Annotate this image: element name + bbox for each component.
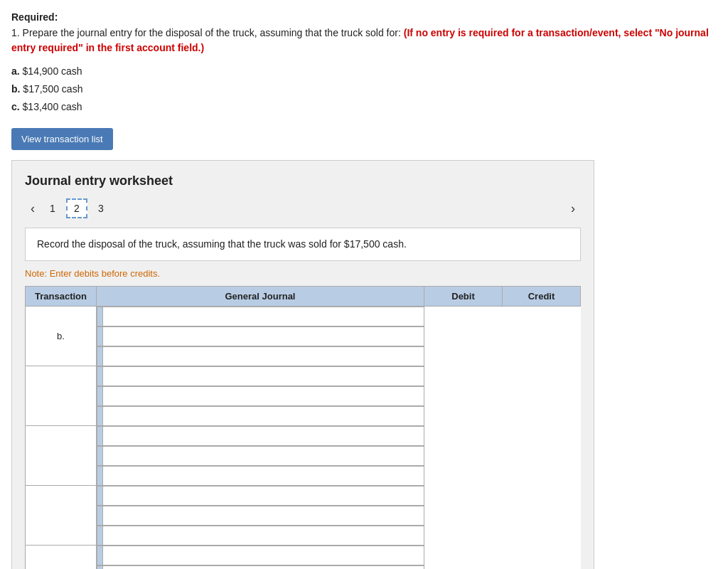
table-row-transaction-4: [26, 546, 97, 569]
row-indicator-2: [97, 427, 103, 445]
row-indicator-3: [97, 486, 103, 505]
credit-input-3[interactable]: [103, 526, 424, 545]
table-row-general-0[interactable]: [97, 307, 424, 326]
general-journal-input-1[interactable]: [103, 367, 424, 385]
worksheet-title: Journal entry worksheet: [25, 174, 581, 188]
instructions: 1. Prepare the journal entry for the dis…: [11, 26, 717, 55]
general-journal-input-2[interactable]: [103, 427, 424, 445]
credit-indicator-0: [97, 347, 103, 366]
table-row-debit-1[interactable]: [97, 386, 424, 406]
debit-input-0[interactable]: [103, 327, 424, 346]
credit-indicator-2: [97, 467, 103, 485]
prev-tab-arrow[interactable]: ‹: [25, 198, 41, 219]
cash-option-b: b. $17,500 cash: [11, 80, 717, 98]
table-row-debit-4[interactable]: [97, 565, 424, 569]
table-row-transaction-1: [26, 366, 97, 426]
table-row-general-2[interactable]: [97, 426, 424, 446]
credit-indicator-3: [97, 526, 103, 545]
debit-input-2[interactable]: [103, 447, 424, 465]
table-row-credit-1[interactable]: [97, 406, 424, 426]
general-journal-input-4[interactable]: [103, 546, 424, 565]
debit-indicator-1: [97, 387, 103, 405]
general-journal-input-0[interactable]: [103, 307, 424, 326]
tab-3[interactable]: 3: [90, 198, 112, 218]
table-row-credit-0[interactable]: [97, 346, 424, 366]
next-tab-arrow[interactable]: ›: [565, 198, 581, 219]
debit-input-4[interactable]: [103, 566, 424, 569]
col-header-debit: Debit: [424, 286, 503, 306]
col-header-general-journal: General Journal: [97, 286, 424, 306]
credit-indicator-1: [97, 407, 103, 425]
table-row-debit-2[interactable]: [97, 446, 424, 466]
credit-input-1[interactable]: [103, 407, 424, 425]
row-indicator-4: [97, 546, 103, 565]
col-header-credit: Credit: [503, 286, 581, 306]
required-label: Required:: [11, 11, 717, 23]
debit-input-1[interactable]: [103, 387, 424, 405]
instruction-plain: 1. Prepare the journal entry for the dis…: [11, 27, 404, 38]
description-box: Record the disposal of the truck, assumi…: [25, 228, 581, 261]
journal-table: Transaction General Journal Debit Credit…: [25, 286, 581, 569]
debit-indicator-3: [97, 506, 103, 525]
tab-2[interactable]: 2: [66, 198, 87, 218]
debit-indicator-0: [97, 327, 103, 346]
table-row-credit-3[interactable]: [97, 526, 424, 546]
table-row-credit-2[interactable]: [97, 466, 424, 486]
tab-navigation: ‹ 1 2 3 ›: [25, 198, 581, 219]
table-row-transaction-0: b.: [26, 306, 97, 366]
debit-indicator-2: [97, 447, 103, 465]
col-header-transaction: Transaction: [26, 286, 97, 306]
tab-1[interactable]: 1: [42, 198, 63, 218]
table-row-general-4[interactable]: [97, 546, 424, 565]
view-transaction-button[interactable]: View transaction list: [11, 128, 113, 150]
debit-indicator-4: [97, 566, 103, 569]
cash-option-c: c. $13,400 cash: [11, 98, 717, 116]
credit-input-2[interactable]: [103, 467, 424, 485]
row-indicator-0: [97, 307, 103, 326]
table-row-general-3[interactable]: [97, 486, 424, 506]
worksheet-container: Journal entry worksheet ‹ 1 2 3 › Record…: [11, 160, 594, 569]
general-journal-input-3[interactable]: [103, 486, 424, 505]
cash-option-a: a. $14,900 cash: [11, 63, 717, 80]
table-row-transaction-2: [26, 426, 97, 486]
table-row-transaction-3: [26, 486, 97, 546]
debit-input-3[interactable]: [103, 506, 424, 525]
table-row-debit-0[interactable]: [97, 326, 424, 346]
cash-options: a. $14,900 cash b. $17,500 cash c. $13,4…: [11, 63, 717, 117]
credit-input-0[interactable]: [103, 347, 424, 366]
table-row-general-1[interactable]: [97, 366, 424, 386]
row-indicator-1: [97, 367, 103, 385]
note-text: Note: Enter debits before credits.: [25, 268, 581, 279]
table-row-debit-3[interactable]: [97, 506, 424, 526]
